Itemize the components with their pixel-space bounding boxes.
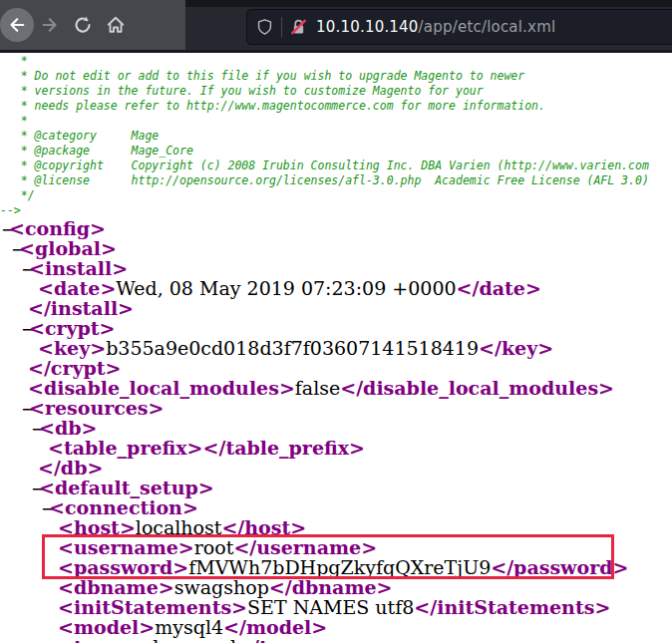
xml-tag: <host> bbox=[58, 516, 136, 538]
xml-tag: <crypt> bbox=[29, 317, 116, 339]
xml-text: Wed, 08 May 2019 07:23:09 +0000 bbox=[116, 277, 456, 299]
xml-tag: <connection> bbox=[49, 496, 198, 518]
xml-line: </install> bbox=[0, 298, 672, 318]
xml-tag: </username> bbox=[233, 536, 377, 558]
xml-line: <date>Wed, 08 May 2019 07:23:09 +0000</d… bbox=[0, 278, 672, 298]
xml-line: <initStatements>SET NAMES utf8</initStat… bbox=[0, 597, 672, 617]
xml-tag: <type> bbox=[58, 636, 135, 643]
xml-text: false bbox=[295, 377, 340, 399]
xml-line: −<crypt> bbox=[0, 318, 672, 338]
xml-line: <dbname>swagshop</dbname> bbox=[0, 577, 672, 597]
xml-tag: <model> bbox=[58, 616, 155, 638]
collapse-toggle-icon[interactable]: − bbox=[31, 480, 39, 499]
xml-line: <model>mysql4</model> bbox=[0, 617, 672, 637]
xml-tag: </host> bbox=[221, 516, 306, 538]
xml-tag: </password> bbox=[491, 556, 628, 578]
xml-text: root bbox=[194, 536, 234, 558]
xml-tag: </disable_local_modules> bbox=[340, 377, 614, 399]
xml-line: −<global> bbox=[0, 238, 672, 258]
xml-line: −<db> bbox=[0, 418, 672, 438]
back-button[interactable] bbox=[0, 8, 34, 42]
xml-line: <username>root</username> bbox=[0, 537, 672, 557]
collapse-toggle-icon[interactable]: − bbox=[41, 499, 49, 519]
xml-tag: <install> bbox=[29, 257, 128, 279]
xml-tag: <config> bbox=[9, 217, 106, 239]
xml-tree: −<config>−<global>−<install><date>Wed, 0… bbox=[0, 218, 672, 643]
reload-icon bbox=[73, 15, 93, 35]
forward-arrow-icon bbox=[40, 15, 60, 35]
xml-tag: <default_setup> bbox=[39, 477, 214, 498]
xml-tag: </crypt> bbox=[28, 357, 121, 379]
xml-tag: </install> bbox=[28, 297, 134, 319]
xml-line: <key>b355a9e0cd018d3f7f03607141518419</k… bbox=[0, 338, 672, 358]
url-bar[interactable]: 10.10.10.140/app/etc/local.xml bbox=[246, 9, 672, 45]
xml-tag: </type> bbox=[236, 636, 320, 643]
tab-strip-remnant bbox=[185, 0, 672, 7]
xml-line: −<connection> bbox=[0, 497, 672, 517]
xml-tag: </dbname> bbox=[269, 576, 393, 598]
xml-tag: </model> bbox=[223, 616, 327, 638]
xml-line: <table_prefix></table_prefix> bbox=[0, 438, 672, 458]
xml-viewer-content: * * Do not edit or add to this file if y… bbox=[0, 53, 672, 643]
xml-tag: </key> bbox=[479, 337, 553, 359]
forward-button[interactable] bbox=[40, 15, 60, 35]
xml-line: −<resources> bbox=[0, 398, 672, 418]
xml-tag: </table_prefix> bbox=[203, 437, 365, 459]
browser-toolbar: 10.10.10.140/app/etc/local.xml bbox=[0, 0, 672, 53]
xml-line: <password>fMVWh7bDHpgZkyfqQXreTjU9</pass… bbox=[0, 557, 672, 577]
insecure-lock-icon[interactable] bbox=[290, 18, 307, 36]
xml-line: −<install> bbox=[0, 258, 672, 278]
xml-text: b355a9e0cd018d3f7f03607141518419 bbox=[106, 337, 479, 359]
xml-line: <disable_local_modules>false</disable_lo… bbox=[0, 378, 672, 398]
xml-line: </crypt> bbox=[0, 358, 672, 378]
collapse-toggle-icon[interactable]: − bbox=[31, 420, 39, 440]
home-button[interactable] bbox=[106, 15, 126, 35]
collapse-toggle-icon[interactable]: − bbox=[21, 320, 29, 340]
xml-text: fMVWh7bDHpgZkyfqQXreTjU9 bbox=[188, 556, 491, 578]
url-text[interactable]: 10.10.10.140/app/etc/local.xml bbox=[316, 18, 555, 36]
xml-text: mysql4 bbox=[155, 616, 223, 638]
collapse-toggle-icon[interactable]: − bbox=[1, 220, 9, 240]
shield-icon[interactable] bbox=[256, 18, 273, 36]
xml-line: </db> bbox=[0, 458, 672, 478]
xml-tag: <resources> bbox=[29, 397, 165, 419]
xml-text: localhost bbox=[136, 516, 222, 538]
xml-tag: <date> bbox=[38, 277, 116, 299]
xml-line: −<config> bbox=[0, 218, 672, 238]
back-arrow-icon bbox=[7, 15, 27, 35]
xml-tag: <initStatements> bbox=[58, 596, 247, 618]
browser-window: { "browser": { "url": { "host": "10.10.1… bbox=[0, 0, 672, 643]
xml-tag: <global> bbox=[19, 237, 117, 259]
urlbar-divider bbox=[281, 17, 282, 37]
xml-tag: </date> bbox=[457, 277, 541, 299]
reload-button[interactable] bbox=[73, 15, 93, 35]
collapse-toggle-icon[interactable]: − bbox=[21, 260, 29, 280]
url-host: 10.10.10.140 bbox=[316, 18, 419, 36]
xml-text: swagshop bbox=[174, 576, 269, 598]
collapse-toggle-icon[interactable]: − bbox=[21, 400, 29, 420]
xml-text: pdo_mysql bbox=[135, 636, 236, 643]
nav-button-group bbox=[0, 0, 185, 50]
xml-text: SET NAMES utf8 bbox=[247, 596, 414, 618]
toolbar-right-section: 10.10.10.140/app/etc/local.xml bbox=[185, 0, 672, 50]
xml-line: <type>pdo_mysql</type> bbox=[0, 637, 672, 643]
xml-tag: <table_prefix> bbox=[48, 437, 203, 459]
xml-tag: <password> bbox=[58, 556, 188, 578]
xml-tag: <key> bbox=[38, 337, 106, 359]
xml-comment-block: * * Do not edit or add to this file if y… bbox=[0, 53, 672, 218]
xml-tag: <dbname> bbox=[58, 576, 174, 598]
xml-line: <host>localhost</host> bbox=[0, 517, 672, 537]
xml-line: −<default_setup> bbox=[0, 478, 672, 497]
xml-tag: </initStatements> bbox=[414, 596, 610, 618]
xml-tag: <username> bbox=[58, 536, 194, 558]
collapse-toggle-icon[interactable]: − bbox=[11, 240, 19, 260]
home-icon bbox=[106, 15, 126, 35]
xml-tag: <db> bbox=[39, 417, 97, 439]
xml-tag: </db> bbox=[38, 457, 103, 479]
xml-tag: <disable_local_modules> bbox=[28, 377, 295, 399]
url-path: /app/etc/local.xml bbox=[419, 18, 556, 36]
